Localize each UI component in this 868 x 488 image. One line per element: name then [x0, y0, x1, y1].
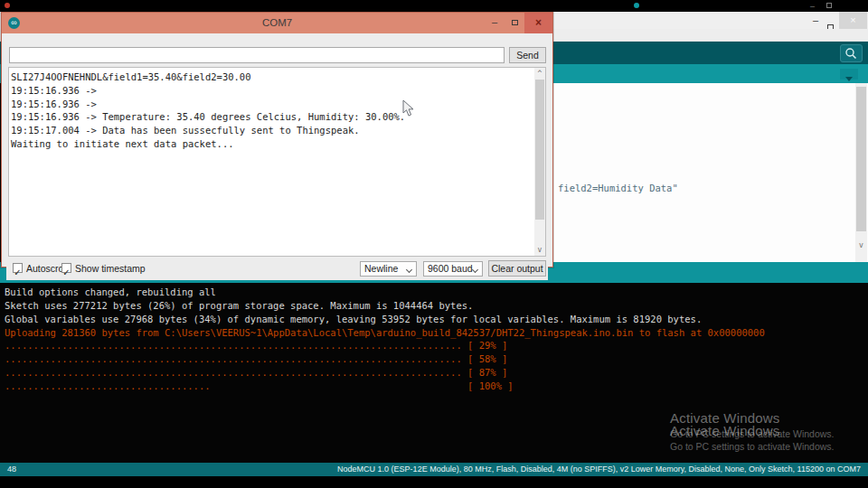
chevron-down-icon: [472, 267, 478, 273]
outer-restore-icon[interactable]: [826, 3, 832, 8]
clear-output-button[interactable]: Clear output: [488, 260, 546, 277]
serial-scrollbar-thumb[interactable]: [535, 80, 544, 220]
serial-monitor-titlebar[interactable]: ∞ COM7 – ×: [2, 13, 552, 33]
serial-output-line: 19:15:16.936 ->: [11, 84, 405, 98]
serial-output-line: 19:15:17.004 -> Data has been sussecfull…: [11, 124, 405, 137]
console-line: Build options changed, rebuilding all: [5, 286, 863, 299]
console-line: ........................................…: [5, 352, 863, 366]
ide-console: Build options changed, rebuilding allSke…: [0, 283, 868, 463]
serial-close-button[interactable]: ×: [524, 13, 552, 33]
magnifier-icon: [841, 45, 862, 61]
serial-send-input[interactable]: [9, 47, 505, 63]
serial-monitor-controls: ✓ Autoscroll ✓ Show timestamp Newline 96…: [6, 257, 548, 280]
bottom-black-bar: [0, 476, 868, 488]
serial-output-line: 19:15:16.936 -> Temperature: 35.40 degre…: [11, 110, 405, 124]
show-timestamp-label: Show timestamp: [75, 263, 146, 274]
serial-maximize-button[interactable]: [505, 16, 524, 29]
baud-rate-dropdown[interactable]: 9600 baud: [423, 261, 483, 277]
player-dot-icon: [634, 3, 639, 8]
serial-monitor-window: ∞ COM7 – × Send SLI27J4OOFNEHNDL&field1=…: [1, 12, 553, 267]
serial-output-line: Waiting to initiate next data packet...: [11, 137, 405, 151]
console-line: .................................... [ 1…: [5, 380, 863, 393]
serial-output-area[interactable]: SLI27J4OOFNEHNDL&field1=35.40&field2=30.…: [8, 67, 546, 257]
show-timestamp-checkbox[interactable]: ✓: [61, 263, 71, 273]
code-fragment: field2=Humidity Data": [558, 183, 678, 193]
ide-statusbar: 48 NodeMCU 1.0 (ESP-12E Module), 80 MHz,…: [0, 463, 868, 476]
ide-code-editor[interactable]: [541, 83, 868, 262]
ide-editor-scrollbar[interactable]: v: [855, 83, 867, 262]
ide-tab-dropdown-button[interactable]: [840, 69, 858, 80]
maximize-icon: [512, 20, 518, 25]
line-ending-dropdown[interactable]: Newline: [360, 261, 417, 277]
scroll-down-icon[interactable]: v: [855, 241, 867, 249]
status-line-number: 48: [7, 463, 16, 476]
baud-rate-value: 9600 baud: [428, 263, 473, 274]
console-line: ........................................…: [5, 339, 863, 352]
console-lines: Build options changed, rebuilding allSke…: [5, 286, 863, 393]
recording-dot-icon: [5, 3, 10, 8]
console-line: Sketch uses 277212 bytes (26%) of progra…: [5, 299, 863, 313]
outer-minimize-icon[interactable]: –: [810, 2, 815, 11]
scroll-up-icon[interactable]: ^: [534, 70, 545, 78]
serial-output-line: SLI27J4OOFNEHNDL&field1=35.40&field2=30.…: [11, 70, 405, 84]
console-line: ........................................…: [5, 366, 863, 380]
top-black-bar: –: [0, 0, 868, 12]
serial-monitor-toolbar-button[interactable]: [840, 44, 863, 62]
ide-scrollbar-thumb[interactable]: [856, 87, 866, 231]
serial-output-lines: SLI27J4OOFNEHNDL&field1=35.40&field2=30.…: [11, 70, 405, 151]
screen: – – × field2=Humidity Data" v Build opti…: [0, 0, 868, 488]
console-line: Global variables use 27968 bytes (34%) o…: [5, 313, 863, 326]
arduino-logo-icon: ∞: [8, 17, 20, 29]
serial-output-line: 19:15:16.936 ->: [11, 98, 405, 111]
scroll-down-icon[interactable]: v: [534, 246, 545, 254]
status-board-info: NodeMCU 1.0 (ESP-12E Module), 80 MHz, Fl…: [337, 463, 861, 476]
serial-scrollbar[interactable]: ^ v: [534, 68, 545, 256]
ide-close-button[interactable]: ×: [839, 12, 867, 29]
ide-minimize-button[interactable]: –: [807, 14, 824, 27]
chevron-down-icon: [845, 77, 853, 81]
serial-monitor-body: Send SLI27J4OOFNEHNDL&field1=35.40&field…: [6, 33, 548, 262]
mouse-cursor: [402, 99, 415, 117]
console-line: Uploading 281360 bytes from C:\Users\VEE…: [5, 326, 863, 340]
checkmark-icon: ✓: [14, 267, 21, 277]
chevron-down-icon: [406, 267, 412, 273]
send-button[interactable]: Send: [509, 47, 546, 63]
serial-minimize-button[interactable]: –: [485, 16, 505, 29]
autoscroll-checkbox[interactable]: ✓: [13, 263, 23, 273]
window-title: COM7: [2, 13, 552, 33]
line-ending-value: Newline: [364, 263, 398, 274]
checkmark-icon: ✓: [62, 267, 70, 277]
